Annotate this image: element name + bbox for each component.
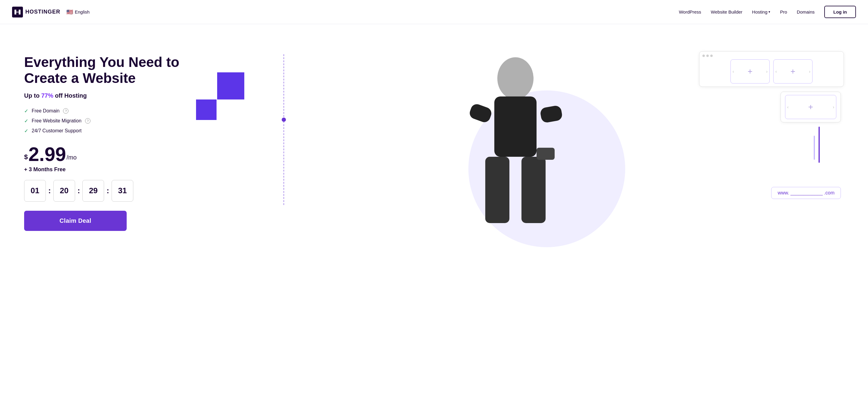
svg-rect-2: [494, 96, 536, 157]
ui-card-plus-2: +: [790, 67, 795, 76]
countdown-hours: 01: [24, 180, 46, 202]
hero-section: Everything You Need to Create a Website …: [0, 24, 868, 413]
nav-arrow-right-2: ›: [809, 69, 810, 74]
check-icon-1: ✓: [24, 108, 28, 114]
deco-vline-2: [814, 136, 815, 160]
hero-percent: 77%: [41, 92, 53, 99]
ui-cards-row: ‹ + › ‹ + ›: [703, 59, 841, 84]
person-svg: [455, 48, 576, 223]
nav-link-pro[interactable]: Pro: [780, 9, 787, 14]
nav-arrow-left-1: ‹: [733, 69, 734, 74]
ui-card-plus-3: +: [808, 102, 813, 112]
price-main: $ 2.99 /mo: [24, 145, 181, 164]
deco-dashed-line: [283, 54, 284, 205]
hero-subtitle: Up to 77% off Hosting: [24, 92, 181, 99]
nav-link-domains[interactable]: Domains: [797, 9, 815, 14]
countdown-sep-2: :: [78, 186, 80, 195]
countdown-sep-1: :: [48, 186, 51, 195]
feature-label-3: 24/7 Customer Support: [32, 128, 82, 133]
help-icon-2[interactable]: ?: [85, 118, 91, 124]
ui-card-2: ‹ + ›: [773, 59, 812, 84]
svg-rect-4: [522, 157, 546, 223]
ui-mockup: ‹ + › ‹ + ›: [699, 51, 844, 122]
hero-person-image: [455, 48, 576, 223]
browser-dot-1: [703, 55, 705, 57]
hero-subtitle-prefix: Up to: [24, 92, 41, 99]
hero-title: Everything You Need to Create a Website: [24, 54, 181, 86]
svg-rect-7: [536, 148, 555, 160]
check-icon-3: ✓: [24, 128, 28, 134]
countdown-timer: 01 : 20 : 29 : 31: [24, 180, 181, 202]
feature-free-domain: ✓ Free Domain ?: [24, 108, 181, 114]
help-icon-1[interactable]: ?: [63, 108, 68, 114]
nav-arrow-left-3: ‹: [787, 105, 789, 109]
url-bar-mockup: www. ____________ .com: [771, 187, 841, 199]
browser-frame-2: ‹ + ›: [780, 92, 841, 122]
features-list: ✓ Free Domain ? ✓ Free Website Migration…: [24, 108, 181, 134]
chevron-down-icon: ▾: [769, 10, 770, 14]
browser-dot-3: [710, 55, 713, 57]
ui-card-3: ‹ + ›: [785, 95, 836, 119]
feature-customer-support: ✓ 24/7 Customer Support: [24, 128, 181, 134]
deco-square-small: [196, 99, 217, 120]
ui-card-nav-3: ‹ + ›: [785, 102, 836, 112]
language-label: English: [75, 9, 90, 14]
check-icon-2: ✓: [24, 118, 28, 124]
countdown-minutes: 20: [53, 180, 75, 202]
nav-link-wordpress[interactable]: WordPress: [679, 9, 701, 14]
logo[interactable]: HOSTINGER: [12, 7, 60, 18]
ui-card-nav-2: ‹ + ›: [774, 67, 812, 76]
logo-icon: [12, 7, 23, 18]
countdown-sep-3: :: [106, 186, 109, 195]
nav-links: WordPress Website Builder Hosting ▾ Pro …: [679, 6, 856, 18]
hero-subtitle-suffix: off Hosting: [53, 92, 87, 99]
claim-deal-button[interactable]: Claim Deal: [24, 211, 127, 231]
ui-card-nav-1: ‹ + ›: [731, 67, 769, 76]
svg-rect-6: [539, 105, 563, 123]
svg-point-1: [497, 57, 533, 99]
nav-arrow-right-1: ›: [766, 69, 768, 74]
feature-free-migration: ✓ Free Website Migration ?: [24, 118, 181, 124]
nav-arrow-left-2: ‹: [775, 69, 777, 74]
login-button[interactable]: Log in: [824, 6, 856, 18]
logo-text: HOSTINGER: [25, 9, 60, 15]
url-bar-text: www. ____________ .com: [777, 190, 835, 195]
language-selector[interactable]: 🇺🇸 English: [66, 9, 90, 15]
nav-arrow-right-3: ›: [833, 105, 834, 109]
deco-vline-1: [818, 127, 820, 163]
price-bonus: + 3 Months Free: [24, 166, 181, 173]
flag-icon: 🇺🇸: [66, 9, 73, 15]
ui-card-1: ‹ + ›: [731, 59, 770, 84]
nav-link-website-builder[interactable]: Website Builder: [711, 9, 743, 14]
feature-label-2: Free Website Migration: [32, 118, 82, 124]
price-amount: 2.99: [28, 145, 66, 164]
hero-right: ‹ + › ‹ + ›: [181, 42, 850, 223]
browser-frame: ‹ + › ‹ + ›: [699, 51, 844, 87]
nav-left: HOSTINGER 🇺🇸 English: [12, 7, 90, 18]
countdown-centiseconds: 31: [112, 180, 133, 202]
svg-rect-3: [485, 157, 509, 223]
price-currency: $: [24, 153, 28, 161]
nav-link-hosting[interactable]: Hosting ▾: [752, 9, 771, 14]
ui-card-plus-1: +: [748, 67, 752, 76]
price-period: /mo: [67, 154, 76, 161]
price-section: $ 2.99 /mo + 3 Months Free: [24, 145, 181, 173]
countdown-seconds: 29: [82, 180, 104, 202]
deco-square-large: [217, 72, 244, 99]
svg-rect-5: [468, 102, 493, 124]
ui-cards-row-2: ‹ + ›: [784, 95, 838, 119]
browser-dots: [703, 55, 841, 57]
hero-left: Everything You Need to Create a Website …: [24, 42, 181, 231]
feature-label-1: Free Domain: [32, 108, 59, 114]
navbar: HOSTINGER 🇺🇸 English WordPress Website B…: [0, 0, 868, 24]
browser-dot-2: [706, 55, 709, 57]
deco-dot: [282, 118, 286, 122]
